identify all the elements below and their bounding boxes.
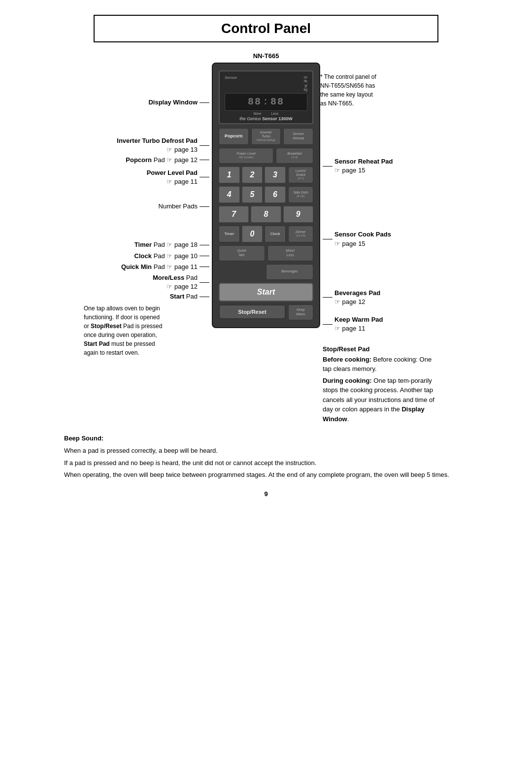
stop-reset-button[interactable]: Stop/Reset [219,304,286,319]
diagram-container: Display Window Inverter Turbo Defrost Pa… [20,63,512,424]
unit-labels: oz/lbg/kg [304,75,307,92]
beep-line-1: When a pad is pressed correctly, a beep … [64,446,468,456]
annotation-page: ☞ page 13 [166,146,198,153]
annotation-label: Power Level Pad [147,169,198,176]
page-title: Control Panel [94,15,438,42]
number-pad-bot: 7 8 9 [219,206,313,223]
annotation-label: Timer [134,241,152,248]
num-4-button[interactable]: 4 [219,186,240,203]
keep-warm-button[interactable]: Keep Warm [288,304,313,320]
annotation-page: ☞ page 11 [334,325,366,332]
annotation-display-window: Display Window [79,98,212,107]
sensor-reheat-button[interactable]: Sensor Reheat [283,128,313,145]
right-annotations: * The control panel of NN-T655/SN656 has… [320,63,453,424]
annotation-page: ☞ page 11 [166,178,198,185]
start-button[interactable]: Start [219,283,313,302]
annotation-sensor-reheat: Sensor Reheat Pad ☞ page 15 [320,157,453,175]
num-3-button[interactable]: 3 [265,167,286,183]
annotation-keep-warm: Keep Warm Pad ☞ page 11 [320,315,453,333]
annotation-label: Keep Warm Pad [334,316,383,323]
annotation-label: Start [170,293,185,300]
annotation-label: Quick Min [121,263,152,270]
more-less-indicator: More Less [225,112,307,115]
annotation-label: Sensor Cook Pads [334,231,391,238]
during-cooking-label: During cooking: [323,377,372,384]
timer-button[interactable]: Timer [219,226,240,242]
display-area: Sensor oz/lbg/kg 88 : 88 More Less the G… [219,70,313,124]
breakfast-button[interactable]: Breakfast (1-3) [276,148,313,164]
center-device: Sensor oz/lbg/kg 88 : 88 More Less the G… [212,63,320,328]
before-cooking-label: Before cooking: [323,356,371,363]
annotation-clock: Clock Pad ☞ page 10 [79,252,212,261]
annotation-line [200,267,209,267]
annotation-line [200,282,209,283]
inverter-turbo-button[interactable]: Inverter Turbo Defrost (lb/kg) [251,128,281,145]
beverages-row: Beverages [219,264,313,280]
display-colon: : [263,96,269,107]
annotation-line [323,239,332,239]
timer-clock-dinner-area: Timer 0 Clock Dinner (13-15) [219,226,313,242]
annotation-start: Start Pad [79,292,212,301]
annotation-line [200,297,209,297]
power-breakfast-row: Power Level (10 Levels) Breakfast (1-3) [219,148,313,164]
stop-reset-description: Stop/Reset Pad Before cooking: Before co… [320,345,453,424]
num-9-button[interactable]: 9 [283,206,313,223]
annotation-page: ☞ page 12 [334,298,366,305]
display-screen: 88 : 88 [225,93,307,111]
beep-line-3: When operating, the oven will beep twice… [64,470,468,480]
annotation-label: Sensor Reheat Pad [334,158,393,165]
genius-label: the Genius Sensor 1300W [225,116,307,121]
microwave-panel: Sensor oz/lbg/kg 88 : 88 More Less the G… [212,63,320,328]
num-1-button[interactable]: 1 [219,167,240,183]
sensor-label: Sensor [225,75,237,80]
annotation-more-less: More/Less Pad ☞ page 12 [79,273,212,291]
lunch-snack-button[interactable]: Lunch/ Snack (4-7) [288,167,313,183]
number-pad-mid: 4 5 6 [219,186,286,203]
annotation-label: Beverages Pad [334,289,380,297]
annotation-beverages: Beverages Pad ☞ page 12 [320,289,453,306]
dinner-button[interactable]: Dinner (13-15) [288,226,313,242]
model-note: * The control panel of NN-T655/SN656 has… [320,72,453,108]
num-5-button[interactable]: 5 [242,186,263,203]
quick-more-row: Quick Min More/ Less [219,245,313,261]
beep-line-2: If a pad is pressed and no beep is heard… [64,458,468,469]
annotation-line [200,145,209,146]
page-number: 9 [20,490,512,498]
side-dish-button[interactable]: Side Dish (8-12) [288,186,313,203]
quick-min-button[interactable]: Quick Min [219,245,265,261]
annotation-inverter-turbo: Inverter Turbo Defrost Pad ☞ page 13 [79,136,212,154]
annotation-page: ☞ page 15 [334,167,366,174]
power-level-button[interactable]: Power Level (10 Levels) [219,148,273,164]
beep-section: Beep Sound: When a pad is pressed correc… [54,434,478,480]
stop-keep-area: Stop/Reset Keep Warm [219,304,313,320]
beverages-button[interactable]: Beverages [266,264,313,280]
annotation-line [323,324,332,325]
annotation-number-pads: Number Pads [79,202,212,211]
num-0-button[interactable]: 0 [242,226,263,242]
beep-title: Beep Sound: [64,435,103,442]
num-lunch-area: 1 2 3 Lunch/ Snack (4-7) [219,167,313,183]
num-8-button[interactable]: 8 [251,206,281,223]
annotation-label: Display Window [148,99,198,106]
num-2-button[interactable]: 2 [242,167,263,183]
more-less-button[interactable]: More/ Less [267,245,314,261]
annotation-line [323,166,332,167]
num-7-button[interactable]: 7 [219,206,249,223]
annotation-power-level: Power Level Pad ☞ page 11 [79,168,212,186]
left-annotations: Display Window Inverter Turbo Defrost Pa… [79,63,212,357]
popcorn-button[interactable]: Popcorn [219,128,249,145]
clock-button[interactable]: Clock [265,226,286,242]
more-label: More [254,112,262,115]
annotation-line [200,102,209,103]
model-label: NN-T665 [20,52,512,60]
annotation-line [200,256,209,256]
annotation-timer: Timer Pad ☞ page 18 [79,240,212,249]
num-side-area: 4 5 6 Side Dish (8-12) [219,186,313,203]
timer-row: Timer 0 Clock [219,226,286,242]
annotation-label: Popcorn [126,156,152,164]
number-pad-top: 1 2 3 [219,167,286,183]
num-6-button[interactable]: 6 [265,186,286,203]
annotation-label: Number Pads [159,202,198,210]
annotation-line [200,177,209,177]
annotation-line [200,160,209,160]
